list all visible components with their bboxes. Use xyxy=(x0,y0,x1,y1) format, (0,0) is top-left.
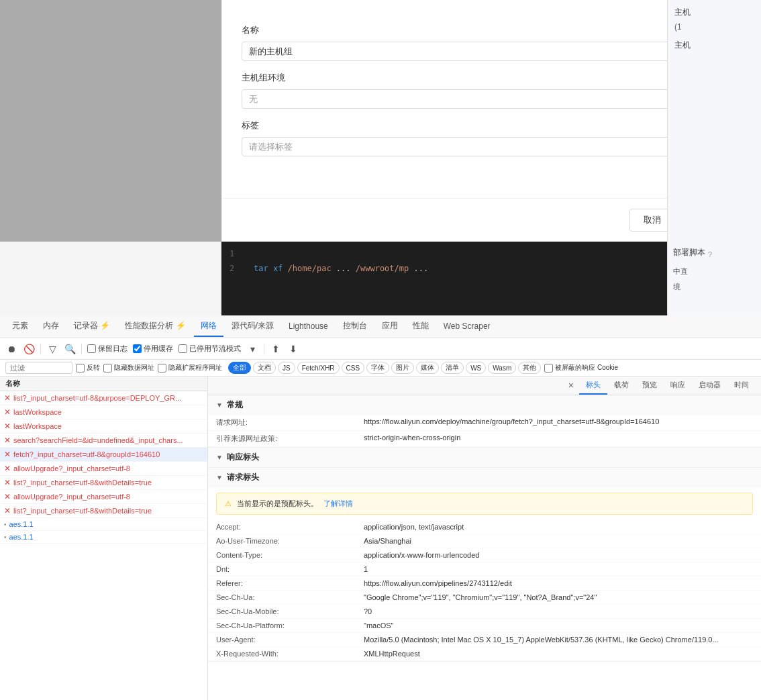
network-item-6[interactable]: ✕ list?_input_charset=utf-8&withDetails=… xyxy=(0,476,207,490)
tag-select[interactable]: 请选择标签 xyxy=(242,137,741,156)
reverse-label: 反转 xyxy=(87,363,100,372)
detail-tab-preview[interactable]: 预览 xyxy=(636,377,664,395)
detail-tab-response[interactable]: 响应 xyxy=(664,377,692,395)
hide-ext-urls-input[interactable] xyxy=(158,364,166,372)
detail-tab-payload[interactable]: 载荷 xyxy=(607,377,636,395)
deploy-script-label: 部署脚本 xyxy=(673,247,705,258)
req-row-sec-ch-ua: Sec-Ch-Ua: "Google Chrome";v="119", "Chr… xyxy=(208,591,761,605)
network-item-2[interactable]: ✕ lastWorkspace xyxy=(0,419,207,434)
network-item-7[interactable]: ✕ allowUpgrade?_input_charset=utf-8 xyxy=(0,490,207,504)
general-row-referrer: 引荐来源网址政策: strict-origin-when-cross-origi… xyxy=(208,431,761,447)
chip-img[interactable]: 图片 xyxy=(391,362,414,374)
network-item-5[interactable]: ✕ allowUpgrade?_input_charset=utf-8 xyxy=(0,462,207,476)
tab-elements[interactable]: 元素 xyxy=(5,316,35,337)
disable-cache-label: 停用缓存 xyxy=(144,344,173,354)
network-item-name-2: lastWorkspace xyxy=(13,422,203,430)
chip-other[interactable]: 其他 xyxy=(518,362,541,374)
chip-manifest[interactable]: 清单 xyxy=(441,362,464,374)
error-icon-4: ✕ xyxy=(4,450,11,459)
error-icon-5: ✕ xyxy=(4,464,11,473)
deploy-help-icon[interactable]: ? xyxy=(708,250,712,258)
filter-icon[interactable]: ▽ xyxy=(46,343,58,355)
network-item-3[interactable]: ✕ search?searchField=&id=undefined&_inpu… xyxy=(0,434,207,448)
preserve-log-input[interactable] xyxy=(87,344,96,353)
hide-ext-urls-checkbox[interactable]: 隐藏扩展程序网址 xyxy=(158,363,222,372)
request-headers-section: ▼ 请求标头 ⚠ 当前显示的是预配标头。 了解详情 Accept: applic… xyxy=(208,468,761,662)
warning-link[interactable]: 了解详情 xyxy=(323,499,353,509)
tab-memory[interactable]: 内存 xyxy=(36,316,66,337)
tab-network[interactable]: 网络 xyxy=(194,316,223,337)
chip-js[interactable]: JS xyxy=(278,362,295,374)
clear-icon[interactable]: 🚫 xyxy=(23,343,35,355)
req-row-x-requested-with: X-Requested-With: XMLHttpRequest xyxy=(208,647,761,661)
hide-data-urls-checkbox[interactable]: 隐藏数据网址 xyxy=(103,363,154,372)
search-icon[interactable]: 🔍 xyxy=(64,343,76,355)
env-select[interactable]: 无 xyxy=(242,89,741,109)
req-key-sec-ch-ua: Sec-Ch-Ua: xyxy=(216,593,364,601)
devtools-tabs: 元素 内存 记录器 ⚡ 性能数据分析 ⚡ 网络 源代码/来源 Lighthous… xyxy=(0,315,761,338)
disable-cache-input[interactable] xyxy=(133,344,142,353)
tab-application[interactable]: 应用 xyxy=(375,316,405,337)
detail-tab-timing[interactable]: 时间 xyxy=(727,377,756,395)
record-icon[interactable]: ⏺ xyxy=(5,343,17,355)
network-list: 名称 ✕ list?_input_charset=utf-8&purpose=D… xyxy=(0,377,208,700)
chip-ws[interactable]: WS xyxy=(466,362,486,374)
code-line-2: 2 tar xf /home/pac ... /wwwroot/mp ... xyxy=(230,262,659,277)
name-input[interactable] xyxy=(242,42,741,61)
tab-sources[interactable]: 源代码/来源 xyxy=(225,316,281,337)
disable-throttle-input[interactable] xyxy=(179,344,187,353)
hide-data-urls-input[interactable] xyxy=(103,364,112,372)
code-ellipsis1: ... xyxy=(336,264,351,273)
filter-input[interactable] xyxy=(5,362,72,374)
req-row-sec-ch-ua-mobile: Sec-Ch-Ua-Mobile: ?0 xyxy=(208,605,761,619)
network-item-1[interactable]: ✕ lastWorkspace xyxy=(0,405,207,419)
name-label: 名称 xyxy=(242,24,741,36)
detail-tab-headers[interactable]: 标头 xyxy=(579,377,607,395)
network-item-4[interactable]: ✕ fetch?_input_charset=utf-8&groupId=164… xyxy=(0,448,207,462)
chip-css[interactable]: CSS xyxy=(342,362,365,374)
general-section-header[interactable]: ▼ 常规 xyxy=(208,395,761,415)
upload-icon[interactable]: ⬆ xyxy=(270,343,282,355)
detail-close-button[interactable]: × xyxy=(563,377,579,395)
disable-throttle-checkbox[interactable]: 已停用节流模式 xyxy=(179,344,241,354)
req-row-referer: Referer: https://flow.aliyun.com/pipelin… xyxy=(208,577,761,591)
network-item-8[interactable]: ✕ list?_input_charset=utf-8&withDetails=… xyxy=(0,504,207,518)
network-item-10[interactable]: • aes.1.1 xyxy=(0,531,207,544)
error-icon-7: ✕ xyxy=(4,492,11,501)
blocked-cookies-input[interactable] xyxy=(544,364,553,372)
tab-perf-insights[interactable]: 性能数据分析 ⚡ xyxy=(118,316,192,337)
code-keyword: tar xf xyxy=(254,264,288,273)
chip-font[interactable]: 字体 xyxy=(366,362,389,374)
response-headers-header[interactable]: ▼ 响应标头 xyxy=(208,448,761,467)
general-key-url: 请求网址: xyxy=(216,417,364,428)
request-headers-header[interactable]: ▼ 请求标头 xyxy=(208,468,761,487)
detail-tab-initiator[interactable]: 启动器 xyxy=(692,377,727,395)
tab-lighthouse[interactable]: Lighthouse xyxy=(282,317,335,336)
disable-cache-checkbox[interactable]: 停用缓存 xyxy=(133,344,173,354)
dot-icon-10: • xyxy=(4,534,7,541)
warning-text: 当前显示的是预配标头。 xyxy=(237,499,318,509)
tab-web-scraper[interactable]: Web Scraper xyxy=(437,317,497,336)
tab-recorder[interactable]: 记录器 ⚡ xyxy=(67,316,117,337)
preserve-log-checkbox[interactable]: 保留日志 xyxy=(87,344,128,354)
req-row-user-agent: User-Agent: Mozilla/5.0 (Macintosh; Inte… xyxy=(208,633,761,647)
network-item-name-3: search?searchField=&id=undefined&_input_… xyxy=(13,436,203,444)
chip-wasm[interactable]: Wasm xyxy=(488,362,516,374)
reverse-checkbox[interactable]: 反转 xyxy=(76,363,100,372)
chip-all[interactable]: 全部 xyxy=(228,362,251,374)
blocked-cookies-checkbox[interactable]: 被屏蔽的响应 Cookie xyxy=(544,363,618,372)
chip-media[interactable]: 媒体 xyxy=(416,362,439,374)
chip-fetch-xhr[interactable]: Fetch/XHR xyxy=(297,362,340,374)
tab-console[interactable]: 控制台 xyxy=(336,316,374,337)
network-item-0[interactable]: ✕ list?_input_charset=utf-8&purpose=DEPL… xyxy=(0,391,207,405)
req-value-accept: application/json, text/javascript xyxy=(364,523,753,531)
reverse-input[interactable] xyxy=(76,364,85,372)
tab-performance[interactable]: 性能 xyxy=(406,316,436,337)
chip-doc[interactable]: 文档 xyxy=(253,362,276,374)
network-filter-row: 反转 隐藏数据网址 隐藏扩展程序网址 全部 文档 JS Fetch/XHR CS… xyxy=(0,360,761,377)
network-item-9[interactable]: • aes.1.1 xyxy=(0,518,207,531)
download-icon[interactable]: ⬇ xyxy=(287,343,299,355)
warning-box: ⚠ 当前显示的是预配标头。 了解详情 xyxy=(216,493,753,515)
req-value-sec-ch-ua: "Google Chrome";v="119", "Chromium";v="1… xyxy=(364,593,753,601)
throttle-arrow-icon[interactable]: ▾ xyxy=(246,343,258,355)
